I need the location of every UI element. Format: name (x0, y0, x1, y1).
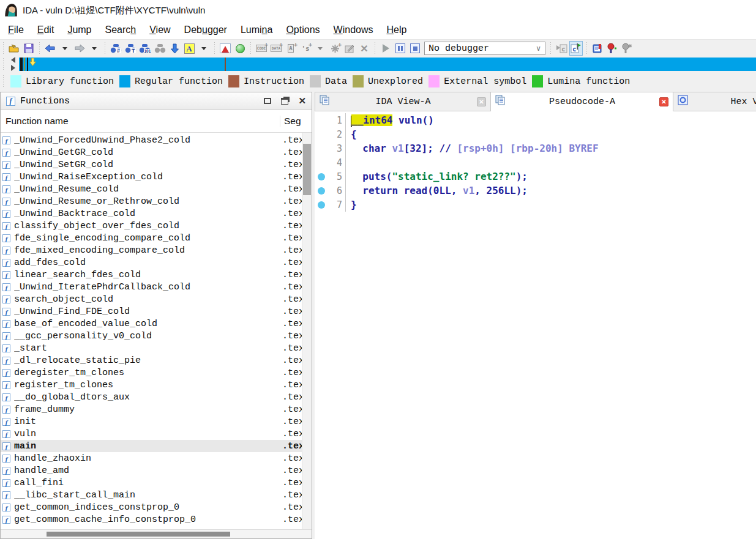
function-row[interactable]: f_Unwind_ForcedUnwind_Phase2_cold.tex (1, 134, 302, 146)
function-row[interactable]: fhandle_zhaoxin.tex (1, 452, 302, 464)
functions-panel-titlebar[interactable]: f Functions ✕ (1, 92, 312, 110)
lumina-status-button[interactable] (233, 41, 247, 56)
function-row[interactable]: f__gcc_personality_v0_cold.tex (1, 330, 302, 342)
search-text-button[interactable]: T (124, 41, 137, 56)
column-function-name[interactable]: Function name (1, 116, 280, 127)
add-breakpoint-button[interactable] (605, 41, 619, 56)
breakpoint-gutter[interactable] (315, 187, 328, 195)
vertical-scrollbar-thumb[interactable] (303, 144, 311, 195)
function-row[interactable]: f_Unwind_Resume_cold.tex (1, 183, 302, 195)
function-row[interactable]: f_Unwind_Backtrace_cold.tex (1, 207, 302, 220)
debugger-select[interactable]: No debugger ∨ (424, 42, 545, 55)
function-row[interactable]: fbase_of_encoded_value_cold.tex (1, 318, 302, 330)
horizontal-scrollbar-thumb[interactable] (47, 532, 230, 537)
menu-item-lumina[interactable]: Lumina (234, 23, 280, 37)
panel-close-button[interactable]: ✕ (298, 95, 306, 106)
function-row[interactable]: fmain.tex (1, 440, 302, 452)
search-again-button[interactable] (153, 41, 167, 56)
function-row[interactable]: fget_common_cache_info_constprop_0.tex (1, 513, 302, 526)
make-array-button[interactable]: + (328, 41, 342, 56)
vertical-scrollbar[interactable] (302, 133, 312, 529)
code-line[interactable]: 1__int64 vuln() (315, 113, 756, 127)
function-row[interactable]: f_Unwind_IteratePhdrCallback_cold.tex (1, 281, 302, 293)
make-string-button[interactable]: 's+ (299, 41, 312, 56)
navigate-forward-button[interactable] (73, 41, 86, 56)
function-row[interactable]: fhandle_amd.tex (1, 464, 302, 477)
names-dropdown[interactable] (197, 41, 211, 56)
navigation-band[interactable] (19, 58, 756, 71)
function-row[interactable]: fregister_tm_clones.tex (1, 379, 302, 391)
delete-breakpoint-button[interactable] (620, 41, 634, 56)
functions-column-header[interactable]: Function name Seg (1, 110, 312, 133)
open-file-button[interactable] (7, 41, 21, 56)
function-row[interactable]: f__libc_start_call_main.tex (1, 489, 302, 501)
function-row[interactable]: f_Unwind_RaiseException_cold.tex (1, 171, 302, 183)
breakpoint-list-button[interactable] (591, 41, 604, 56)
code-line[interactable]: 6 return read(0LL, v1, 256LL); (315, 184, 756, 198)
function-row[interactable]: ffde_single_encoding_compare_cold.tex (1, 232, 302, 244)
function-row[interactable]: f_Unwind_Find_FDE_cold.tex (1, 305, 302, 318)
tab-close-icon[interactable]: ✕ (477, 97, 486, 106)
code-line[interactable]: 7} (315, 198, 756, 212)
tab-close-icon[interactable]: ✕ (659, 97, 668, 106)
back-history-dropdown[interactable] (58, 41, 72, 56)
code-line[interactable]: 5 puts("static_link? ret2??"); (315, 169, 756, 184)
make-ascii-button[interactable]: A+ (284, 41, 298, 56)
function-row[interactable]: fframe_dummy.tex (1, 403, 302, 415)
function-row[interactable]: f_start.tex (1, 342, 302, 354)
pseudocode-view[interactable]: 1__int64 vuln()2{3 char v1[32]; // [rsp+… (315, 111, 756, 539)
menu-item-file[interactable]: File (1, 23, 31, 37)
breakpoint-gutter[interactable] (315, 173, 328, 180)
run-until-return-button[interactable]: c (569, 41, 583, 56)
problems-window-button[interactable] (219, 41, 232, 56)
function-row[interactable]: fadd_fdes_cold.tex (1, 256, 302, 269)
tab-ida-view-a[interactable]: IDA View-A✕ (315, 92, 491, 111)
function-row[interactable]: flinear_search_fdes_cold.tex (1, 269, 302, 281)
function-row[interactable]: fderegister_tm_clones.tex (1, 366, 302, 379)
menu-item-options[interactable]: Options (279, 23, 326, 37)
navigate-back-button[interactable] (43, 41, 57, 56)
menu-item-search[interactable]: Search (99, 23, 143, 37)
function-row[interactable]: f__do_global_dtors_aux.tex (1, 391, 302, 403)
menu-item-windows[interactable]: Windows (327, 23, 380, 37)
horizontal-scrollbar[interactable] (1, 529, 312, 538)
column-segment[interactable]: Seg (280, 116, 312, 127)
jump-to-address-button[interactable] (168, 41, 181, 56)
function-row[interactable]: f_Unwind_Resume_or_Rethrow_cold.tex (1, 195, 302, 207)
debugger-start-button[interactable] (379, 41, 392, 56)
debugger-stop-button[interactable] (408, 41, 422, 56)
menu-item-help[interactable]: Help (380, 23, 413, 37)
undefine-button[interactable]: ✕ (357, 41, 371, 56)
code-line[interactable]: 4 (315, 155, 756, 169)
menu-item-edit[interactable]: Edit (31, 23, 61, 37)
breakpoint-gutter[interactable] (315, 201, 328, 209)
edit-function-button[interactable] (343, 41, 356, 56)
panel-float-button[interactable] (281, 98, 288, 105)
make-data-button[interactable]: DATA+ (269, 41, 283, 56)
code-line[interactable]: 3 char v1[32]; // [rsp+0h] [rbp-20h] BYR… (315, 141, 756, 155)
tab-hex-view[interactable]: Hex V (673, 92, 756, 111)
menu-item-jump[interactable]: Jump (61, 23, 98, 37)
function-row[interactable]: fsearch_object_cold.tex (1, 293, 302, 305)
navband-scroll-arrows[interactable] (7, 57, 19, 71)
menu-item-debugger[interactable]: Debugger (178, 23, 234, 37)
function-row[interactable]: fcall_fini.tex (1, 477, 302, 489)
make-code-button[interactable]: CODE+ (255, 41, 268, 56)
function-row[interactable]: finit.tex (1, 415, 302, 428)
function-row[interactable]: f_Unwind_SetGR_cold.tex (1, 158, 302, 171)
function-row[interactable]: f_Unwind_GetGR_cold.tex (1, 146, 302, 158)
function-row[interactable]: fget_common_indices_constprop_0.tex (1, 501, 302, 513)
save-button[interactable] (22, 41, 36, 56)
menu-item-view[interactable]: View (143, 23, 177, 37)
function-row[interactable]: f_dl_relocate_static_pie.tex (1, 354, 302, 366)
panel-maximize-button[interactable] (264, 98, 271, 104)
function-row[interactable]: fclassify_object_over_fdes_cold.tex (1, 220, 302, 232)
attach-process-button[interactable]: c (555, 41, 568, 56)
search-immediate-button[interactable]: # (109, 41, 122, 56)
search-sequence-button[interactable]: 101 (138, 41, 152, 56)
function-row[interactable]: ffde_mixed_encoding_compare_cold.tex (1, 244, 302, 256)
function-row[interactable]: fvuln.tex (1, 428, 302, 440)
forward-history-dropdown[interactable] (88, 41, 101, 56)
code-line[interactable]: 2{ (315, 127, 756, 141)
debugger-pause-button[interactable] (394, 41, 407, 56)
